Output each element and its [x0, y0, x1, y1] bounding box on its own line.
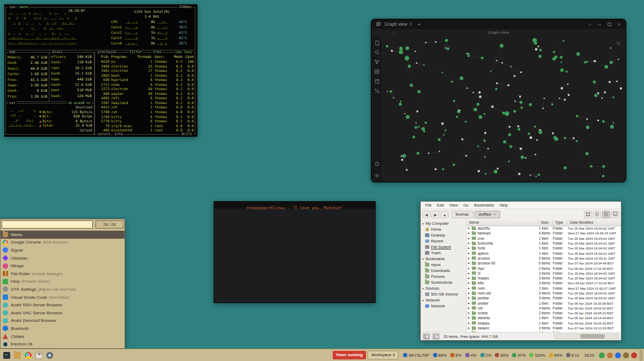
process-row[interactable]: 3367Xwayland1thomas0.10.0: [96, 101, 194, 106]
file-row[interactable]: ▶prettier1 itemFolderTue 09 Apr 2024 16:…: [467, 300, 621, 305]
show-desktop-button[interactable]: [640, 350, 642, 360]
file-row[interactable]: ▶cron1 itemFolderTue 26 Mar 2024 18:04:0…: [467, 236, 621, 241]
process-row[interactable]: 868waybar98thomas0.10.0: [96, 92, 194, 97]
memory-indicator[interactable]: 4%: [465, 353, 477, 358]
terminal-launcher[interactable]: [2, 350, 11, 360]
launcher-item[interactable]: File Roller(Archive Manager): [1, 270, 125, 278]
expander-icon[interactable]: ▶: [468, 232, 472, 234]
launcher-item[interactable]: CMake: [1, 333, 125, 341]
command-icon[interactable]: [374, 88, 380, 94]
process-row[interactable]: 5780zsh1thomas0.00.0: [96, 110, 194, 115]
launcher-item[interactable]: Electron 28: [1, 340, 125, 348]
swap-indicator[interactable]: 2%: [480, 353, 492, 358]
chrome-launcher[interactable]: [23, 350, 33, 360]
sidebar-item-trash[interactable]: Trash: [421, 250, 466, 256]
volume-icon[interactable]: [607, 352, 613, 358]
tree-section-bookmarks[interactable]: ▾Bookmarks: [421, 256, 466, 262]
detailed-view-button[interactable]: [602, 211, 610, 218]
graph-icon[interactable]: [374, 59, 380, 65]
tree-section-my-computer[interactable]: ▾My Computer: [421, 220, 466, 226]
expander-icon[interactable]: ▶: [468, 297, 472, 299]
expander-icon[interactable]: ▶: [468, 272, 472, 275]
side-pane-toggle-icon[interactable]: [422, 333, 430, 340]
updates-icon[interactable]: [599, 352, 605, 358]
tab-close-icon[interactable]: ×: [409, 21, 412, 27]
file-row[interactable]: ▶images3 itemsFolderTue 26 Mar 2024 18:0…: [467, 276, 621, 281]
charge-indicator[interactable]: 100%: [529, 353, 545, 358]
sidebar-item-repos[interactable]: repos: [421, 262, 466, 268]
minimize-button[interactable]: [597, 22, 602, 27]
file-row[interactable]: ▶fonts1 itemFolderTue 26 Mar 2024 18:04:…: [467, 246, 621, 251]
menu-go[interactable]: Go: [460, 203, 471, 208]
compact-view-button[interactable]: [593, 211, 601, 218]
column-header-type[interactable]: Type: [553, 219, 568, 226]
file-row[interactable]: ▶rofi4 itemsFolderTue 09 Apr 2024 18:04:…: [467, 306, 621, 311]
file-row[interactable]: ▶hypr2 itemsFolderTue 09 Apr 2024 17:22:…: [467, 266, 621, 270]
menu-bookmarks[interactable]: Bookmarks: [471, 203, 497, 208]
daily-note-icon[interactable]: [374, 78, 380, 84]
network-icon[interactable]: [615, 352, 621, 358]
search-icon[interactable]: [374, 49, 380, 55]
battery-indicator[interactable]: 65%: [433, 353, 447, 358]
workspace-switcher[interactable]: Workspace 3: [368, 351, 399, 359]
column-header-date-modified[interactable]: Date Modified: [568, 219, 621, 226]
tab-graph-view[interactable]: Graph view ×: [384, 21, 412, 27]
files-icon[interactable]: [374, 40, 380, 46]
expander-icon[interactable]: ▶: [468, 312, 472, 314]
expander-icon[interactable]: ▶: [468, 287, 472, 290]
sidebar-item-screenshots[interactable]: Screenshots: [421, 279, 466, 285]
uptime-indicator[interactable]: 8:12: [566, 353, 580, 358]
file-row[interactable]: ▶i32 itemsFolderTue 26 Mar 2024 18:04:02…: [467, 271, 621, 276]
net-interface[interactable]: <b wlan0 n>: [67, 101, 92, 105]
launcher-item[interactable]: Avahi VNC Server Browser: [1, 309, 125, 317]
help-icon[interactable]: [374, 161, 380, 167]
tree-button[interactable]: tree: [152, 50, 163, 54]
file-row[interactable]: ▶fontconfig1 itemFolderTue 26 Mar 2024 1…: [467, 241, 621, 246]
tree-section-devices[interactable]: ▾Devices: [421, 285, 466, 291]
expander-icon[interactable]: ▶: [468, 292, 472, 294]
launcher-item[interactable]: Mirage: [1, 262, 125, 270]
chevron-down-icon[interactable]: [588, 22, 592, 27]
clock[interactable]: 18:29: [581, 353, 597, 358]
file-row[interactable]: ▶kitty3 itemsFolderMon 08 Apr 2024 17:33…: [467, 281, 621, 285]
update-interval[interactable]: 2500ms: [178, 5, 193, 9]
launcher-item[interactable]: GTK Settings(Adjust Look and Feel): [1, 285, 125, 293]
forward-button[interactable]: ▶: [431, 211, 440, 218]
process-row[interactable]: 698Hyprland8thomas0.30.0: [96, 78, 194, 83]
sidebar-item-downloads[interactable]: Downloads: [421, 268, 466, 274]
expander-icon[interactable]: ▶: [468, 277, 472, 279]
maximize-button[interactable]: [607, 22, 612, 27]
directory-tree-icon[interactable]: [432, 333, 440, 340]
expander-icon[interactable]: ▶: [468, 302, 472, 305]
menu-button[interactable]: menu: [19, 5, 30, 9]
sidebar-item-home[interactable]: Home: [421, 226, 466, 232]
settings-icon[interactable]: [374, 173, 380, 179]
process-row[interactable]: 1748kitty6thomas0.10.0: [96, 115, 194, 120]
process-row[interactable]: 6629ps1thomas0.5100: [96, 60, 194, 64]
process-row[interactable]: 4413zsh1thomas0.00.0: [96, 105, 194, 110]
sidebar-item-recent[interactable]: Recent: [421, 238, 466, 244]
expander-icon[interactable]: ▶: [468, 316, 472, 319]
launcher-item[interactable]: Avahi Zeroconf Browser: [1, 317, 125, 325]
file-row[interactable]: ▶gruvbox0 itemsFolderThu 28 Mar 2024 14:…: [467, 256, 621, 261]
expander-icon[interactable]: ▶: [468, 242, 472, 245]
tab-doffiles[interactable]: doffiles×: [474, 211, 500, 218]
graph-view-canvas[interactable]: [383, 37, 626, 182]
terminal-window[interactable]: thomas@archlinux - "I love you, Munchie": [214, 201, 376, 303]
tree-section-network[interactable]: ▾Network: [421, 297, 466, 303]
expander-icon[interactable]: ▶: [468, 237, 472, 240]
horizontal-scrollbar[interactable]: [554, 334, 619, 339]
sidebar-item-pictures[interactable]: Pictures: [421, 274, 466, 279]
sidebar-item-desktop[interactable]: Desktop: [421, 232, 466, 238]
tab-close-icon[interactable]: ×: [493, 212, 495, 217]
expander-icon[interactable]: ▶: [468, 322, 472, 325]
sidebar-item-500-gb-volume[interactable]: 500 GB Volume: [421, 291, 466, 297]
menu-file[interactable]: File: [422, 203, 434, 208]
expander-icon[interactable]: ▶: [468, 252, 472, 255]
file-row[interactable]: ▶polybar3 itemsFolderTue 26 Mar 2024 18:…: [467, 296, 621, 300]
mail-launcher[interactable]: [34, 350, 43, 360]
expander-icon[interactable]: ▶: [468, 267, 472, 270]
launcher-item[interactable]: Signal: [1, 246, 125, 254]
file-row[interactable]: ▶nvim-old3 itemsFolderTue 26 Mar 2024 18…: [467, 291, 621, 296]
process-row[interactable]: 79irq/9-acpi1root0.00.0: [96, 124, 194, 129]
